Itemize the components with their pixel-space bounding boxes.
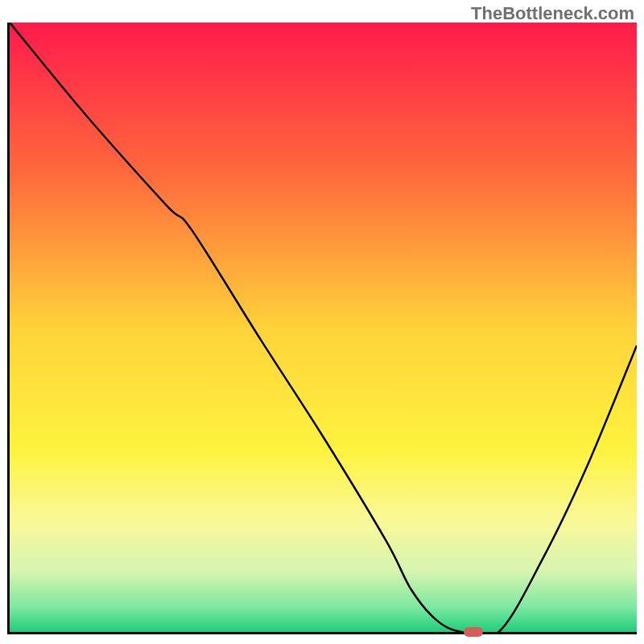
bottleneck-curve: [10, 23, 637, 632]
optimal-marker: [464, 627, 483, 637]
plot-area: [7, 23, 637, 634]
watermark-text: TheBottleneck.com: [471, 3, 634, 24]
